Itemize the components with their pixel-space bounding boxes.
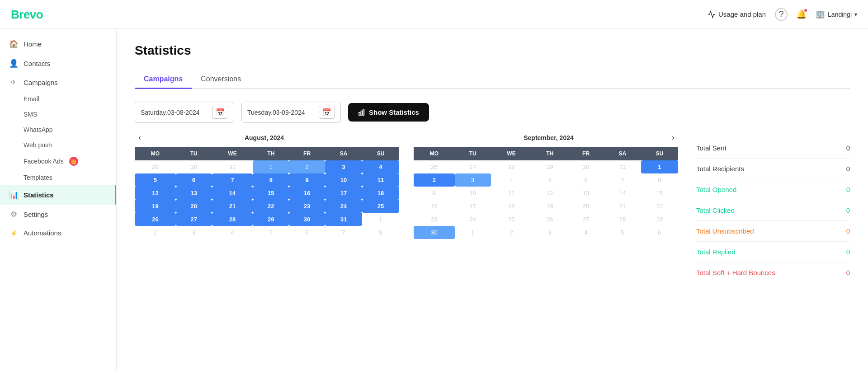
- calendar-day[interactable]: 18: [362, 187, 399, 200]
- calendar-day[interactable]: 1: [641, 160, 678, 173]
- start-date-input[interactable]: Saturday.03-08-2024 📅: [135, 102, 234, 123]
- calendar-day[interactable]: 1: [253, 160, 289, 173]
- calendar-day[interactable]: 3: [325, 160, 362, 173]
- notifications-icon[interactable]: 🔔: [797, 9, 807, 19]
- sidebar-item-home[interactable]: 🏠 Home: [0, 34, 116, 54]
- sidebar-item-campaigns[interactable]: ✈ Campaigns: [0, 73, 116, 91]
- calendar-day[interactable]: 5: [253, 226, 289, 239]
- calendar-day[interactable]: 24: [325, 200, 362, 213]
- calendar-day[interactable]: 9: [289, 173, 325, 187]
- calendar-day[interactable]: 27: [568, 213, 604, 226]
- sidebar-item-templates[interactable]: Templates: [24, 170, 116, 185]
- calendar-day[interactable]: 30: [289, 213, 325, 226]
- calendar-day[interactable]: 31: [325, 213, 362, 226]
- calendar-day[interactable]: 11: [491, 187, 532, 200]
- sidebar-item-sms[interactable]: SMS: [24, 107, 116, 122]
- calendar-day[interactable]: 5: [135, 173, 176, 187]
- calendar-day[interactable]: 25: [491, 213, 532, 226]
- calendar-day[interactable]: 6: [641, 226, 678, 239]
- calendar-day[interactable]: 7: [604, 173, 641, 187]
- calendar-day[interactable]: 9: [414, 187, 455, 200]
- sidebar-item-facebook-ads[interactable]: Facebook Ads 👑: [24, 153, 116, 170]
- show-statistics-button[interactable]: Show Statistics: [348, 103, 429, 122]
- calendar-day[interactable]: 12: [135, 187, 176, 200]
- calendar-day[interactable]: 21: [212, 200, 253, 213]
- calendar-day[interactable]: 25: [362, 200, 399, 213]
- calendar-day[interactable]: 20: [176, 200, 212, 213]
- calendar-day[interactable]: 27: [455, 160, 491, 173]
- calendar-day[interactable]: 14: [604, 187, 641, 200]
- prev-month-button[interactable]: ‹: [135, 132, 145, 143]
- calendar-day[interactable]: 6: [289, 226, 325, 239]
- tab-campaigns[interactable]: Campaigns: [135, 70, 192, 89]
- calendar-day[interactable]: 16: [414, 200, 455, 213]
- calendar-day[interactable]: 4: [212, 226, 253, 239]
- calendar-day[interactable]: 7: [212, 173, 253, 187]
- calendar-day[interactable]: 26: [532, 213, 568, 226]
- sidebar-item-email[interactable]: Email: [24, 91, 116, 107]
- calendar-day[interactable]: 2: [414, 173, 455, 187]
- calendar-day[interactable]: 5: [532, 173, 568, 187]
- calendar-day[interactable]: 4: [568, 226, 604, 239]
- calendar-day[interactable]: 26: [414, 160, 455, 173]
- calendar-day[interactable]: 13: [176, 187, 212, 200]
- calendar-day[interactable]: 8: [362, 226, 399, 239]
- sidebar-item-statistics[interactable]: 📊 Statistics: [0, 185, 116, 205]
- calendar-day[interactable]: 10: [325, 173, 362, 187]
- calendar-day[interactable]: 1: [362, 213, 399, 226]
- calendar-day[interactable]: 27: [176, 213, 212, 226]
- calendar-day[interactable]: 8: [253, 173, 289, 187]
- calendar-day[interactable]: 8: [641, 173, 678, 187]
- calendar-day[interactable]: 21: [604, 200, 641, 213]
- calendar-day[interactable]: 10: [455, 187, 491, 200]
- calendar-day[interactable]: 1: [455, 226, 491, 239]
- calendar-day[interactable]: 28: [604, 213, 641, 226]
- calendar-day[interactable]: 24: [455, 213, 491, 226]
- calendar-day[interactable]: 12: [532, 187, 568, 200]
- calendar-day[interactable]: 17: [455, 200, 491, 213]
- calendar-day[interactable]: 2: [491, 226, 532, 239]
- calendar-day[interactable]: 18: [491, 200, 532, 213]
- calendar-day[interactable]: 31: [212, 160, 253, 173]
- calendar-day[interactable]: 6: [176, 173, 212, 187]
- next-month-button[interactable]: ›: [668, 132, 678, 143]
- calendar-day[interactable]: 28: [491, 160, 532, 173]
- account-button[interactable]: 🏢 Landingi ▾: [816, 9, 857, 19]
- calendar-day[interactable]: 11: [362, 173, 399, 187]
- calendar-day[interactable]: 7: [325, 226, 362, 239]
- calendar-day[interactable]: 29: [253, 213, 289, 226]
- usage-plan-button[interactable]: Usage and plan: [708, 10, 766, 19]
- calendar-day[interactable]: 29: [532, 160, 568, 173]
- calendar-day[interactable]: 13: [568, 187, 604, 200]
- help-icon[interactable]: ?: [775, 8, 788, 21]
- calendar-day[interactable]: 2: [135, 226, 176, 239]
- calendar-day[interactable]: 29: [641, 213, 678, 226]
- sidebar-item-contacts[interactable]: 👤 Contacts: [0, 54, 116, 73]
- sidebar-item-whatsapp[interactable]: WhatsApp: [24, 122, 116, 137]
- calendar-day[interactable]: 22: [641, 200, 678, 213]
- calendar-day[interactable]: 4: [362, 160, 399, 173]
- calendar-day[interactable]: 20: [568, 200, 604, 213]
- calendar-day[interactable]: 14: [212, 187, 253, 200]
- calendar-day[interactable]: 30: [414, 226, 455, 239]
- calendar-day[interactable]: 28: [212, 213, 253, 226]
- start-calendar-icon-button[interactable]: 📅: [212, 106, 228, 119]
- calendar-day[interactable]: 3: [176, 226, 212, 239]
- calendar-day[interactable]: 16: [289, 187, 325, 200]
- calendar-day[interactable]: 29: [135, 160, 176, 173]
- end-calendar-icon-button[interactable]: 📅: [319, 106, 335, 119]
- sidebar-item-settings[interactable]: ⚙ Settings: [0, 205, 116, 224]
- sidebar-item-webpush[interactable]: Web push: [24, 137, 116, 153]
- end-date-input[interactable]: Tuesday.03-09-2024 📅: [241, 102, 341, 123]
- calendar-day[interactable]: 6: [568, 173, 604, 187]
- calendar-day[interactable]: 15: [641, 187, 678, 200]
- calendar-day[interactable]: 22: [253, 200, 289, 213]
- calendar-day[interactable]: 3: [455, 173, 491, 187]
- calendar-day[interactable]: 17: [325, 187, 362, 200]
- calendar-day[interactable]: 5: [604, 226, 641, 239]
- calendar-day[interactable]: 31: [604, 160, 641, 173]
- calendar-day[interactable]: 30: [568, 160, 604, 173]
- calendar-day[interactable]: 3: [532, 226, 568, 239]
- calendar-day[interactable]: 23: [289, 200, 325, 213]
- calendar-day[interactable]: 26: [135, 213, 176, 226]
